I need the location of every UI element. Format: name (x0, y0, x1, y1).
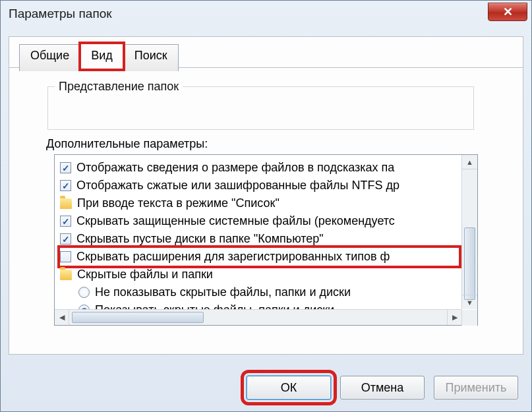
advanced-item-label: Не показывать скрытые файлы, папки и дис… (95, 285, 351, 299)
tab-view-label: Вид (91, 49, 113, 62)
apply-button[interactable]: Применить (434, 376, 518, 399)
radio-icon[interactable] (78, 305, 90, 309)
advanced-settings-list[interactable]: Отображать сведения о размере файлов в п… (55, 155, 461, 309)
ok-button-label: ОК (281, 381, 297, 395)
cancel-button[interactable]: Отмена (340, 376, 425, 399)
horizontal-scrollbar[interactable]: ◀ ▶ (55, 309, 461, 325)
advanced-item-label: Скрывать защищенные системные файлы (рек… (76, 214, 395, 228)
tab-panel-view: Представление папок Дополнительные парам… (9, 36, 523, 355)
horizontal-scroll-thumb[interactable] (72, 312, 204, 323)
cancel-button-label: Отмена (361, 381, 404, 395)
titlebar: Параметры папок ✕ (1, 1, 531, 27)
scroll-up-arrow-icon[interactable]: ▲ (462, 155, 477, 169)
tab-view[interactable]: Вид (80, 43, 124, 70)
advanced-item-label: Отображать сведения о размере файлов в п… (76, 161, 394, 175)
close-icon: ✕ (503, 5, 513, 19)
advanced-item-4[interactable]: Скрывать пустые диски в папке "Компьютер… (60, 230, 459, 248)
advanced-item-0[interactable]: Отображать сведения о размере файлов в п… (60, 159, 459, 177)
checkbox-icon[interactable] (60, 162, 71, 173)
tab-search[interactable]: Поиск (123, 44, 179, 71)
radio-icon[interactable] (78, 287, 90, 298)
advanced-item-2[interactable]: При вводе текста в режиме "Список" (60, 194, 459, 212)
dialog-button-row: ОК Отмена Применить (1, 376, 531, 399)
ok-button[interactable]: ОК (247, 376, 331, 399)
advanced-item-5[interactable]: Скрывать расширения для зарегистрированн… (60, 248, 459, 266)
checkbox-icon[interactable] (60, 216, 71, 227)
scrollbar-corner (461, 310, 477, 326)
apply-button-label: Применить (445, 381, 506, 395)
advanced-item-3[interactable]: Скрывать защищенные системные файлы (рек… (60, 212, 459, 230)
scroll-down-arrow-icon[interactable]: ▼ (462, 295, 477, 309)
advanced-item-label: Скрытые файлы и папки (77, 268, 213, 281)
advanced-item-8[interactable]: Показывать скрытые файлы, папки и диски (60, 301, 459, 309)
checkbox-icon[interactable] (60, 233, 71, 245)
tab-general-label: Общие (30, 49, 69, 62)
vertical-scroll-thumb[interactable] (464, 227, 475, 300)
advanced-item-label: Отображать сжатые или зашифрованные файл… (76, 179, 399, 192)
tab-general[interactable]: Общие (19, 44, 80, 71)
advanced-item-7[interactable]: Не показывать скрытые файлы, папки и дис… (60, 283, 459, 301)
tab-strip: Общие Вид Поиск (19, 43, 178, 70)
scroll-left-arrow-icon[interactable]: ◀ (55, 310, 69, 325)
advanced-settings-listbox: Отображать сведения о размере файлов в п… (54, 154, 478, 326)
advanced-item-1[interactable]: Отображать сжатые или зашифрованные файл… (60, 177, 459, 194)
checkbox-icon[interactable] (60, 251, 71, 262)
folder-icon (60, 270, 72, 280)
advanced-item-label: Скрывать расширения для зарегистрированн… (76, 250, 390, 264)
scroll-right-arrow-icon[interactable]: ▶ (447, 310, 461, 325)
folder-icon (60, 198, 72, 209)
advanced-item-label: При вводе текста в режиме "Список" (77, 196, 280, 210)
advanced-item-6[interactable]: Скрытые файлы и папки (60, 266, 459, 283)
close-button[interactable]: ✕ (488, 3, 527, 21)
advanced-settings-label: Дополнительные параметры: (46, 137, 208, 151)
folder-views-group: Представление папок (47, 80, 474, 130)
advanced-item-label: Скрывать пустые диски в папке "Компьютер… (76, 232, 324, 246)
tab-search-label: Поиск (134, 49, 167, 62)
window-title: Параметры папок (9, 7, 112, 21)
folder-views-legend: Представление папок (55, 80, 183, 94)
vertical-scrollbar[interactable]: ▲ ▼ (461, 155, 477, 309)
horizontal-scroll-track[interactable] (69, 310, 447, 325)
folder-options-window: Параметры папок ✕ Общие Вид Поиск Предст… (0, 0, 532, 412)
advanced-item-label: Показывать скрытые файлы, папки и диски (95, 303, 334, 309)
checkbox-icon[interactable] (60, 180, 71, 191)
